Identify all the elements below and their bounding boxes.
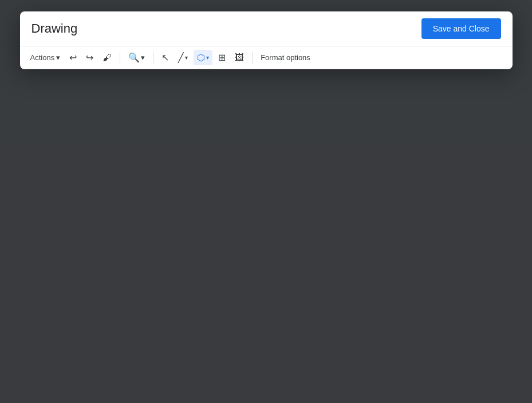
select-tool-button[interactable]: ↖	[158, 50, 172, 65]
line-icon: ╱	[178, 52, 184, 63]
zoom-button[interactable]: 🔍 ▾	[125, 50, 148, 65]
paint-format-icon: 🖌	[103, 53, 112, 63]
separator-2	[153, 52, 153, 64]
image-icon: 🖼	[235, 53, 244, 63]
paint-format-button[interactable]: 🖌	[99, 50, 115, 65]
format-options-button[interactable]: Format options	[257, 51, 314, 64]
cursor-icon: ↖	[161, 52, 169, 63]
undo-icon: ↩	[69, 52, 77, 63]
separator-1	[120, 52, 120, 64]
textbox-button[interactable]: ⊞	[215, 50, 229, 65]
separator-3	[252, 52, 253, 64]
line-tool-button[interactable]: ╱ ▾	[175, 50, 191, 65]
shapes-tool-button[interactable]: ⬡ ▾	[194, 50, 212, 65]
drawing-dialog: Drawing Save and Close Actions ▾ ↩ ↪ 🖌	[20, 11, 513, 69]
image-button[interactable]: 🖼	[231, 50, 247, 65]
dialog-header: Drawing Save and Close	[20, 11, 513, 46]
line-chevron: ▾	[185, 54, 188, 61]
actions-label: Actions	[30, 53, 55, 62]
actions-button[interactable]: Actions ▾	[27, 51, 64, 64]
zoom-chevron: ▾	[141, 53, 145, 62]
redo-button[interactable]: ↪	[82, 50, 97, 65]
save-close-button[interactable]: Save and Close	[421, 18, 501, 39]
textbox-icon: ⊞	[218, 52, 226, 63]
undo-button[interactable]: ↩	[66, 50, 80, 65]
toolbar: Actions ▾ ↩ ↪ 🖌 🔍 ▾	[20, 46, 513, 69]
redo-icon: ↪	[86, 52, 93, 63]
modal-overlay: Drawing Save and Close Actions ▾ ↩ ↪ 🖌	[0, 0, 532, 403]
zoom-icon: 🔍	[128, 52, 140, 63]
actions-chevron: ▾	[56, 53, 60, 62]
shapes-chevron: ▾	[206, 54, 209, 61]
format-options-label: Format options	[261, 53, 310, 62]
shapes-icon: ⬡	[197, 52, 205, 63]
dialog-title: Drawing	[31, 21, 78, 36]
